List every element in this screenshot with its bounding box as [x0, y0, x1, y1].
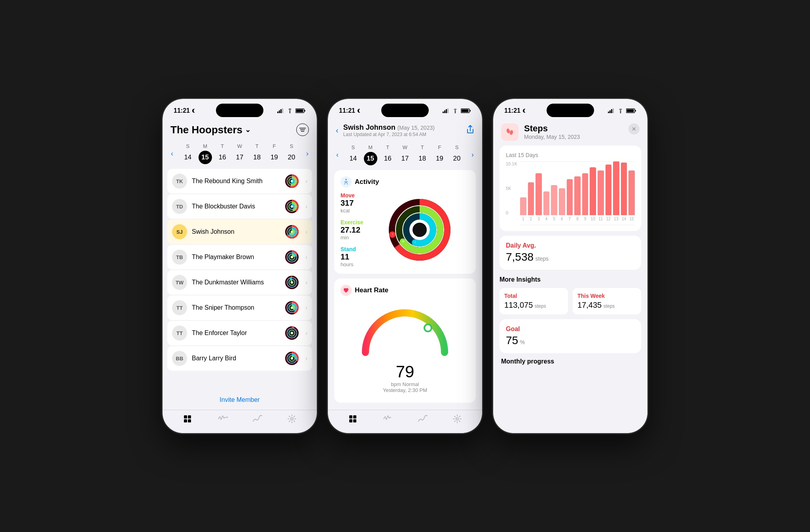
goal-unit: %: [520, 339, 525, 345]
tab-settings-2[interactable]: [452, 414, 462, 424]
svg-point-63: [226, 417, 228, 418]
cal-next-2[interactable]: ›: [466, 149, 479, 161]
member-item-7[interactable]: BB Barry Larry Bird ›: [167, 346, 312, 371]
activity-card-icon: [341, 176, 352, 187]
member-item-0[interactable]: TK The Rebound King Smith ›: [167, 169, 312, 193]
member-avatar-3: TB: [172, 250, 187, 265]
member-item-1[interactable]: TD The Blockbuster Davis ›: [167, 194, 312, 219]
status-icons-1: [277, 108, 306, 113]
bar-14: [628, 170, 635, 215]
member-item-2[interactable]: SJ Swish Johnson ›: [167, 220, 312, 244]
member-name-4: The Dunkmaster Williams: [192, 279, 280, 286]
phone2-scroll[interactable]: Activity Move 317 kcal Exercise: [328, 170, 482, 410]
stat-exercise: Exercise 27.12 min: [341, 219, 363, 240]
cal-day-1[interactable]: M 15: [197, 143, 213, 164]
status-time-1: 11:21: [174, 107, 197, 114]
svg-point-98: [620, 112, 621, 114]
status-icons-3: [608, 108, 636, 113]
share-icon: [466, 125, 474, 134]
tab-activity-2[interactable]: [382, 414, 393, 424]
menu-button[interactable]: [296, 123, 309, 136]
svg-point-64: [291, 418, 293, 420]
svg-rect-0: [277, 112, 278, 113]
cal-day-3[interactable]: W 17: [232, 143, 248, 164]
team-title[interactable]: The Hoopsters ⌄: [170, 124, 251, 136]
wifi-icon-1: [287, 108, 293, 113]
activity-icon-2: [382, 414, 393, 424]
rings-1: [285, 199, 299, 214]
tab-chart-1[interactable]: [252, 414, 263, 424]
activity-rings-large: → »: [370, 198, 469, 261]
svg-rect-89: [349, 415, 352, 418]
x-label-7: 8: [574, 217, 581, 225]
member-avatar-1: TD: [172, 199, 187, 214]
svg-rect-90: [353, 415, 356, 418]
activity-title-row: Activity: [341, 176, 469, 187]
bar-col-14: [628, 161, 635, 215]
bar-col-9: [590, 161, 596, 215]
chart-bars-area: [520, 161, 635, 215]
status-time-3: 11:21: [504, 107, 528, 114]
phone3-scroll[interactable]: Last 15 Days 10.1K 5K 0: [493, 146, 647, 433]
bar-6: [567, 179, 573, 215]
member-name-6: The Enforcer Taylor: [192, 329, 280, 337]
signal-icon-2: [443, 108, 450, 113]
tab-activity-1[interactable]: [217, 414, 228, 424]
monthly-progress-label: Monthly progress: [500, 358, 641, 365]
back-button[interactable]: ‹: [336, 126, 339, 135]
member-item-5[interactable]: TT The Sniper Thompson ›: [167, 295, 312, 320]
bar-0: [520, 197, 526, 215]
hr-value: 79: [396, 362, 414, 381]
share-button[interactable]: [466, 125, 474, 136]
team-name: The Hoopsters: [170, 124, 242, 136]
svg-point-69: [455, 112, 456, 114]
cal-prev-2[interactable]: ‹: [331, 149, 344, 161]
member-item-4[interactable]: TW The Dunkmaster Williams ›: [167, 270, 312, 295]
total-label: Total: [504, 293, 563, 299]
bar-col-4: [551, 161, 557, 215]
member-item-3[interactable]: TB The Playmaker Brown ›: [167, 245, 312, 269]
tab-grid-1[interactable]: [183, 414, 192, 424]
phone1-header: The Hoopsters ⌄: [163, 120, 317, 141]
rings-7: [285, 351, 299, 365]
person-date: (May 15, 2023): [397, 125, 435, 131]
x-label-9: 10: [590, 217, 596, 225]
cal-day-2[interactable]: T 16: [214, 143, 230, 164]
svg-point-51: [290, 331, 294, 335]
cal-day-5[interactable]: F 19: [266, 143, 282, 164]
svg-rect-97: [613, 108, 614, 113]
stat-stand: Stand 11 hours: [341, 246, 363, 267]
wifi-icon-2: [452, 108, 458, 113]
steps-title-block: Steps Monday, May 15, 2023: [524, 123, 623, 140]
tab-chart-2[interactable]: [418, 414, 428, 424]
bar-13: [621, 163, 627, 215]
tab-grid-2[interactable]: [348, 414, 358, 424]
phone3-content: Steps Monday, May 15, 2023 ✕ Last 15 Day…: [493, 120, 647, 433]
svg-point-4: [290, 112, 291, 114]
person-name: Swish Johnson (May 15, 2023): [343, 123, 462, 132]
cal-day-4[interactable]: T 18: [249, 143, 265, 164]
bar-11: [606, 165, 612, 215]
x-label-0: 1: [520, 217, 526, 225]
phone1: 11:21: [163, 99, 317, 433]
cal-day-0[interactable]: S 14: [180, 143, 196, 164]
phone2: 11:21: [328, 99, 482, 433]
phone3-header: Steps Monday, May 15, 2023 ✕: [493, 120, 647, 146]
close-button[interactable]: ✕: [628, 123, 640, 134]
bar-10: [598, 170, 604, 215]
bar-col-13: [621, 161, 627, 215]
heart-icon: [343, 287, 350, 294]
cal-next-1[interactable]: ›: [301, 148, 314, 160]
tab-bar-1: [163, 410, 317, 433]
member-item-6[interactable]: TT The Enforcer Taylor ›: [167, 321, 312, 345]
rings-large-svg: → »: [388, 198, 451, 261]
svg-rect-91: [349, 419, 352, 422]
hr-label: bpm Normal Yesterday, 2:30 PM: [383, 381, 427, 393]
chevron-icon-1: ›: [305, 203, 307, 210]
x-label-12: 13: [613, 217, 619, 225]
invite-member-button[interactable]: Invite Member: [163, 390, 317, 410]
tab-settings-1[interactable]: [287, 414, 297, 424]
cal-prev-1[interactable]: ‹: [166, 148, 178, 160]
hr-card-icon: [341, 285, 352, 296]
cal-day-6[interactable]: S 20: [284, 143, 299, 164]
